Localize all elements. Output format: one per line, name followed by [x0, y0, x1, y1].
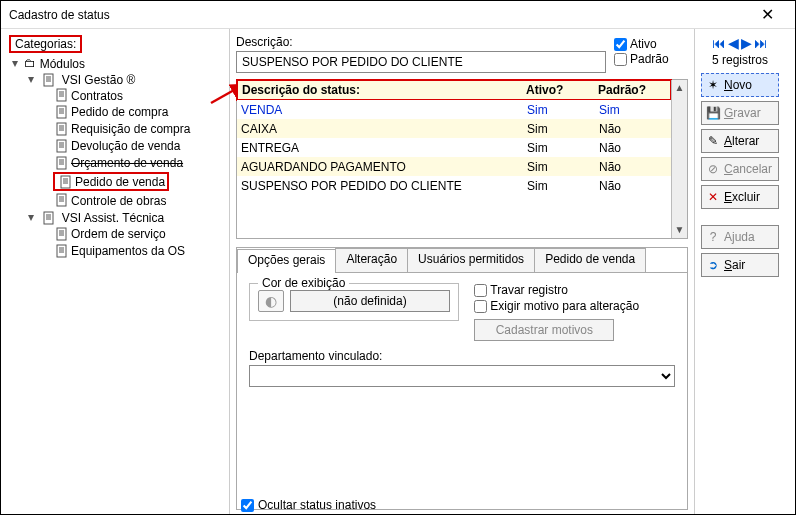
cor-legend: Cor de exibição	[258, 276, 349, 290]
excluir-button[interactable]: ✕Excluir	[701, 185, 779, 209]
novo-label: ovo	[733, 78, 752, 92]
grid-cell-padrao: Não	[599, 160, 671, 174]
novo-button[interactable]: ✶Novo	[701, 73, 779, 97]
cor-button[interactable]: (não definida)	[290, 290, 450, 312]
grid-cell-ativo: Sim	[527, 179, 599, 193]
grid-cell-ativo: Sim	[527, 160, 599, 174]
tree-item[interactable]: Pedido de compra	[71, 105, 168, 119]
tree-item[interactable]: Pedido de venda	[75, 175, 165, 189]
status-grid: Descrição do status: Ativo? Padrão? VEND…	[236, 79, 688, 239]
nav-next-icon[interactable]: ▶	[741, 35, 752, 51]
grid-cell-ativo: Sim	[527, 141, 599, 155]
doc-icon	[55, 88, 69, 102]
delete-icon: ✕	[706, 190, 720, 204]
grid-cell-descricao: AGUARDANDO PAGAMENTO	[237, 160, 527, 174]
grid-header-padrao[interactable]: Padrão?	[598, 83, 670, 97]
doc-icon	[55, 156, 69, 170]
cadastrar-motivos-button[interactable]: Cadastrar motivos	[474, 319, 614, 341]
svg-rect-16	[57, 140, 66, 152]
grid-cell-padrao: Não	[599, 179, 671, 193]
grid-cell-descricao: CAIXA	[237, 122, 527, 136]
tab-bar: Opções gerais Alteração Usuários permiti…	[237, 248, 687, 272]
doc-icon	[55, 193, 69, 207]
grid-header: Descrição do status: Ativo? Padrão?	[236, 79, 672, 101]
tree-item[interactable]: Orçamento de venda	[71, 156, 183, 170]
alterar-button[interactable]: ✎Alterar	[701, 129, 779, 153]
ajuda-button[interactable]: ?Ajuda	[701, 225, 779, 249]
svg-rect-28	[57, 194, 66, 206]
tab-pedido-venda[interactable]: Pedido de venda	[534, 248, 646, 272]
nav-first-icon[interactable]: ⏮	[712, 35, 726, 51]
tree-item[interactable]: Contratos	[71, 88, 123, 102]
padrao-checkbox[interactable]: Padrão	[614, 52, 688, 66]
edit-icon: ✎	[706, 134, 720, 148]
svg-rect-36	[57, 228, 66, 240]
descricao-input[interactable]	[236, 51, 606, 73]
doc-icon	[55, 122, 69, 136]
grid-cell-padrao: Não	[599, 141, 671, 155]
grid-header-ativo[interactable]: Ativo?	[526, 83, 598, 97]
doc-icon	[55, 139, 69, 153]
tree-item[interactable]: Ordem de serviço	[71, 227, 166, 241]
ativo-checkbox[interactable]: Ativo	[614, 37, 688, 51]
grid-row[interactable]: ENTREGASimNão	[237, 138, 671, 157]
cor-exibicao-group: Cor de exibição ◐ (não definida)	[249, 283, 459, 321]
tree-item[interactable]: Controle de obras	[71, 193, 166, 207]
tree-twisty-icon[interactable]: ▾	[25, 72, 37, 86]
window-title: Cadastro de status	[9, 8, 747, 22]
tree-modulos[interactable]: Módulos	[40, 57, 85, 71]
tab-alteracao[interactable]: Alteração	[335, 248, 408, 272]
sair-button[interactable]: ➲Sair	[701, 253, 779, 277]
save-icon: 💾	[706, 106, 720, 120]
cancelar-button[interactable]: ⊘Cancelar	[701, 157, 779, 181]
tree-item[interactable]: Equipamentos da OS	[71, 244, 185, 258]
record-nav: ⏮ ◀ ▶ ⏭	[701, 35, 779, 51]
grid-scrollbar[interactable]: ▲ ▼	[671, 80, 687, 238]
departamento-label: Departamento vinculado:	[249, 349, 675, 363]
grid-row[interactable]: VENDASimSim	[237, 100, 671, 119]
grid-row[interactable]: CAIXASimNão	[237, 119, 671, 138]
scroll-down-icon[interactable]: ▼	[672, 222, 687, 238]
tree-assist[interactable]: VSI Assist. Técnica	[62, 211, 165, 225]
record-count: 5 registros	[701, 53, 779, 67]
tab-usuarios[interactable]: Usuários permitidos	[407, 248, 535, 272]
nav-prev-icon[interactable]: ◀	[728, 35, 739, 51]
palette-icon[interactable]: ◐	[258, 290, 284, 312]
ocultar-inativos-checkbox[interactable]: Ocultar status inativos	[241, 498, 376, 512]
doc-icon	[42, 211, 56, 225]
departamento-select[interactable]	[249, 365, 675, 387]
svg-rect-0	[44, 74, 53, 86]
doc-icon	[55, 244, 69, 258]
grid-row[interactable]: SUSPENSO POR PEDIDO DO CLIENTESimNão	[237, 176, 671, 195]
grid-row[interactable]: AGUARDANDO PAGAMENTOSimNão	[237, 157, 671, 176]
grid-cell-padrao: Sim	[599, 103, 671, 117]
grid-cell-descricao: VENDA	[237, 103, 527, 117]
help-icon: ?	[706, 230, 720, 244]
new-icon: ✶	[706, 78, 720, 92]
svg-rect-40	[57, 245, 66, 257]
doc-icon	[59, 175, 73, 189]
grid-header-descricao[interactable]: Descrição do status:	[238, 83, 526, 97]
grid-cell-descricao: ENTREGA	[237, 141, 527, 155]
scroll-up-icon[interactable]: ▲	[672, 80, 687, 96]
travar-checkbox[interactable]: Travar registro	[474, 283, 639, 297]
tab-opcoes-gerais[interactable]: Opções gerais	[237, 249, 336, 273]
doc-icon	[55, 227, 69, 241]
tree-twisty-icon[interactable]: ▾	[9, 56, 21, 70]
grid-cell-padrao: Não	[599, 122, 671, 136]
svg-rect-8	[57, 106, 66, 118]
svg-rect-4	[57, 89, 66, 101]
doc-icon	[55, 105, 69, 119]
grid-cell-ativo: Sim	[527, 103, 599, 117]
descricao-label: Descrição:	[236, 35, 606, 49]
tree-item[interactable]: Requisição de compra	[71, 122, 190, 136]
close-icon[interactable]: ✕	[747, 5, 787, 24]
exigir-checkbox[interactable]: Exigir motivo para alteração	[474, 299, 639, 313]
tree-item[interactable]: Devolução de venda	[71, 139, 180, 153]
gravar-button[interactable]: 💾Gravar	[701, 101, 779, 125]
svg-rect-24	[61, 176, 70, 188]
tree-gestao[interactable]: VSI Gestão ®	[62, 73, 136, 87]
tree-twisty-icon[interactable]: ▾	[25, 210, 37, 224]
title-bar: Cadastro de status ✕	[1, 1, 795, 29]
nav-last-icon[interactable]: ⏭	[754, 35, 768, 51]
